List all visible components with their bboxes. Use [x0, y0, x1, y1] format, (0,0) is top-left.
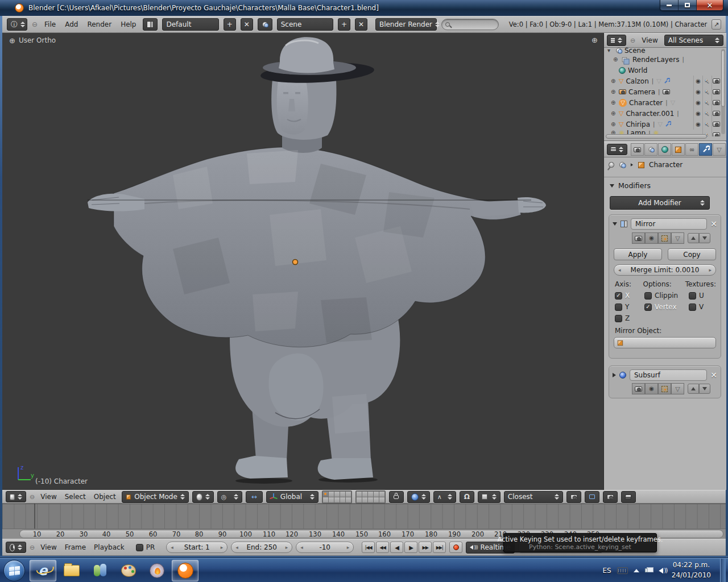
- current-frame-field[interactable]: ◂ -10 ▸: [296, 542, 354, 553]
- transform-orientation-selector[interactable]: Global: [266, 491, 318, 503]
- editmode-visibility-toggle[interactable]: [658, 232, 671, 244]
- window-duplicate-icon[interactable]: ↗: [712, 19, 721, 30]
- tab-world[interactable]: [658, 143, 671, 156]
- record-button[interactable]: [449, 542, 462, 553]
- merge-limit-slider[interactable]: ◂ Merge Limit: 0.0010 ▸: [614, 264, 716, 276]
- taskbar-app-disc-burner[interactable]: [143, 560, 170, 581]
- move-modifier-up-button[interactable]: [688, 233, 699, 243]
- render-toggle[interactable]: [712, 119, 721, 130]
- expand-icon[interactable]: ⊕: [611, 111, 617, 117]
- delete-scene-button[interactable]: ✕: [355, 18, 367, 31]
- mode-selector[interactable]: Object Mode: [122, 491, 189, 503]
- modifier-name-field[interactable]: Mirror: [631, 218, 707, 230]
- apply-button[interactable]: Apply: [614, 248, 662, 260]
- outliner-horizontal-scrollbar[interactable]: [606, 134, 707, 139]
- vertex-groups-checkbox[interactable]: ✓Vertex: [644, 303, 689, 311]
- decrement-icon[interactable]: ◂: [235, 544, 238, 550]
- taskbar-clock[interactable]: 04:22 p.m. 24/01/2010: [672, 560, 711, 580]
- end-frame-field[interactable]: ◂ End: 250 ▸: [231, 542, 292, 553]
- minimize-button[interactable]: [660, 0, 679, 10]
- render-toggle[interactable]: [712, 97, 721, 108]
- outliner-row-character[interactable]: ⊕ ▽ Character | ▽ ◉ ↖: [604, 97, 726, 108]
- volume-icon[interactable]: )): [659, 567, 667, 574]
- decrement-icon[interactable]: ◂: [300, 544, 303, 550]
- render-visibility-toggle[interactable]: [632, 232, 645, 244]
- expand-icon[interactable]: ⊕: [611, 89, 617, 95]
- view3d-editor-type-button[interactable]: [6, 491, 26, 502]
- preview-range-checkbox[interactable]: PR: [136, 543, 155, 551]
- slider-right-arrow-icon[interactable]: ▸: [709, 267, 712, 273]
- collapse-menus-icon[interactable]: ⊖: [30, 493, 35, 501]
- outliner-display-filter[interactable]: All Scenes: [664, 35, 723, 46]
- move-modifier-up-button[interactable]: [688, 384, 699, 394]
- menu-help[interactable]: Help: [118, 20, 138, 28]
- move-modifier-down-button[interactable]: [699, 233, 710, 243]
- render-engine-selector[interactable]: Blender Render: [375, 18, 437, 31]
- show-desktop-button[interactable]: [720, 559, 726, 582]
- timeline-editor-type-button[interactable]: [6, 542, 26, 553]
- tab-modifiers[interactable]: [699, 143, 712, 156]
- axis-x-checkbox[interactable]: ✓X: [615, 292, 644, 300]
- keyboard-icon[interactable]: [617, 567, 628, 574]
- hide-toggle[interactable]: ◉: [693, 97, 702, 108]
- timeline-menu-view[interactable]: View: [38, 543, 59, 551]
- tab-render[interactable]: [631, 143, 644, 156]
- outliner-row-camera[interactable]: ⊕ Camera | ◉ ↖: [604, 86, 726, 97]
- collapse-icon[interactable]: ▾: [607, 48, 613, 53]
- tab-scene[interactable]: [644, 143, 657, 156]
- modifier-name-field[interactable]: Subsurf: [630, 369, 707, 381]
- taskbar-app-paint[interactable]: [115, 560, 142, 581]
- modifiers-panel-header[interactable]: Modifiers: [610, 181, 651, 190]
- expand-icon[interactable]: ⊕: [611, 122, 617, 127]
- viewport-visibility-toggle[interactable]: ◉: [645, 383, 658, 394]
- outliner-row-character001[interactable]: ⊕ ▽ Character.001 | ◉ ↖: [604, 108, 726, 119]
- menu-add[interactable]: Add: [63, 20, 80, 28]
- increment-icon[interactable]: ▸: [221, 544, 224, 550]
- taskbar-app-internet-explorer[interactable]: e: [30, 560, 56, 581]
- timeline-menu-frame[interactable]: Frame: [63, 543, 88, 551]
- collapse-menus-icon[interactable]: ⊖: [30, 544, 35, 551]
- menu-file[interactable]: File: [42, 20, 58, 28]
- render-image-button[interactable]: [603, 491, 618, 503]
- add-scene-button[interactable]: +: [338, 18, 350, 31]
- language-indicator[interactable]: ES: [602, 567, 611, 575]
- mirror-object-field[interactable]: [614, 337, 716, 348]
- properties-editor-type-button[interactable]: [607, 144, 627, 155]
- delete-modifier-icon[interactable]: ✕: [710, 220, 717, 228]
- info-editor-type-button[interactable]: ⓘ: [7, 18, 27, 31]
- scene-selector[interactable]: Scene: [277, 18, 333, 31]
- render-toggle[interactable]: [712, 86, 721, 97]
- play-reverse-button[interactable]: ◀: [390, 542, 403, 553]
- pivot-point-selector[interactable]: ◎: [217, 491, 242, 503]
- layers-grid-1[interactable]: [322, 490, 352, 504]
- taskbar-app-blender[interactable]: [172, 560, 198, 581]
- layer-1[interactable]: [323, 492, 328, 497]
- render-toggle[interactable]: [712, 130, 721, 136]
- tab-object[interactable]: [672, 143, 685, 156]
- properties-editor[interactable]: ∞ ▽ Character Modifiers Add Modifier: [604, 142, 726, 490]
- viewport-shading-selector[interactable]: [192, 491, 214, 503]
- layers-grid-2[interactable]: [355, 490, 386, 504]
- outliner-view-menu[interactable]: View: [639, 36, 660, 44]
- start-frame-field[interactable]: ◂ Start: 1 ▸: [166, 542, 228, 553]
- search-input[interactable]: [441, 19, 499, 30]
- view3d-menu-select[interactable]: Select: [63, 493, 88, 501]
- clipping-checkbox[interactable]: Clippin: [644, 292, 689, 300]
- viewport-visibility-toggle[interactable]: ◉: [645, 232, 658, 244]
- hide-toggle[interactable]: ◉: [693, 108, 702, 119]
- play-button[interactable]: ▶: [404, 542, 417, 553]
- jump-to-start-button[interactable]: |◀◀: [362, 542, 375, 553]
- collapse-menus-icon[interactable]: ⊖: [32, 20, 38, 28]
- expand-icon[interactable]: ⊕: [611, 78, 617, 84]
- copy-button[interactable]: Copy: [668, 248, 716, 260]
- cage-toggle[interactable]: ▽: [671, 383, 684, 394]
- outliner-row-world[interactable]: World: [604, 65, 726, 76]
- tab-object-data[interactable]: ▽: [713, 143, 726, 156]
- panel-collapse-icon[interactable]: [610, 184, 614, 188]
- proportional-edit-selector[interactable]: [407, 491, 430, 503]
- modifier-expand-icon[interactable]: [613, 373, 616, 377]
- outliner-row-scene[interactable]: ▾ Scene: [604, 47, 726, 54]
- lock-to-scene-toggle[interactable]: [389, 491, 404, 503]
- expand-icon[interactable]: ⊕: [613, 57, 619, 63]
- previous-keyframe-button[interactable]: ◀◀: [376, 542, 389, 553]
